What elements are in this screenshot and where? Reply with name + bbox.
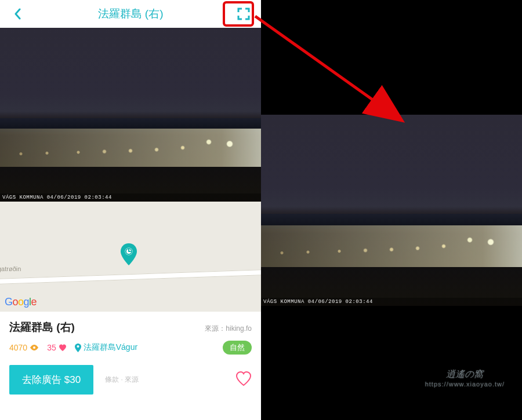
annotation-highlight-box (223, 1, 254, 27)
phone-fullscreen-view[interactable]: VÁGS KOMMUNA 04/06/2019 02:03:44 (261, 0, 522, 420)
eye-icon (30, 344, 39, 351)
phone-portrait-view: 法羅群島 (右) VÁGS KOMMUNA 04/06/2019 02:03:4… (0, 0, 261, 420)
heart-outline-icon (235, 371, 252, 386)
page-title: 法羅群島 (右) (98, 6, 164, 21)
webcam-night-scene-fullscreen: VÁGS KOMMUNA 04/06/2019 02:03:44 (261, 115, 522, 306)
header-bar: 法羅群島 (右) (0, 0, 261, 28)
chevron-left-icon (13, 8, 21, 20)
map-road (0, 269, 261, 286)
map-pin-icon[interactable] (120, 243, 137, 268)
location-title: 法羅群島 (右) (9, 320, 75, 335)
pin-icon (75, 344, 81, 352)
category-tag[interactable]: 自然 (223, 341, 252, 355)
bottom-bar: 去除廣告 $30 條款 · 來源 (0, 357, 261, 395)
webcam-timestamp: VÁGS KOMMUNA 04/06/2019 02:03:44 (0, 193, 261, 202)
google-attribution: Google (5, 296, 37, 308)
webcam-night-scene: VÁGS KOMMUNA 04/06/2019 02:03:44 (0, 28, 261, 202)
back-button[interactable] (9, 6, 26, 22)
view-count: 4070 (9, 343, 39, 352)
map-road-label: gatrøðin (0, 265, 21, 272)
webcam-timestamp-fullscreen: VÁGS KOMMUNA 04/06/2019 02:03:44 (261, 298, 522, 306)
favorite-button[interactable] (235, 371, 252, 389)
like-count: 35 (47, 343, 67, 352)
remove-ads-button[interactable]: 去除廣告 $30 (9, 365, 93, 395)
svg-point-3 (77, 345, 79, 348)
map-view[interactable]: gatrøðin Google (0, 202, 261, 312)
heart-icon (59, 344, 67, 352)
footer-links[interactable]: 條款 · 來源 (105, 375, 139, 385)
svg-point-2 (33, 346, 35, 349)
webcam-image[interactable]: VÁGS KOMMUNA 04/06/2019 02:03:44 (0, 28, 261, 202)
source-label: 來源：hiking.fo (205, 324, 252, 334)
info-section: 法羅群島 (右) 來源：hiking.fo 4070 35 (0, 312, 261, 357)
location-link[interactable]: 法羅群島Vágur (75, 342, 137, 353)
